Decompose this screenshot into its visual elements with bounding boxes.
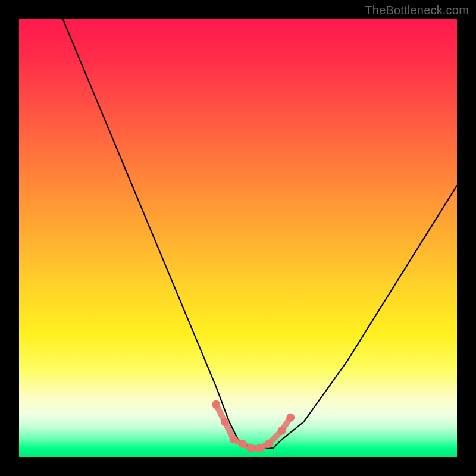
- chart-frame: TheBottleneck.com: [0, 0, 476, 476]
- highlight-marker: [278, 427, 286, 435]
- bottleneck-curve-path: [63, 19, 457, 448]
- highlight-marker: [265, 440, 273, 448]
- highlight-marker: [230, 436, 238, 444]
- highlight-marker: [286, 414, 295, 422]
- plot-area: [19, 19, 457, 457]
- highlight-marker: [247, 444, 255, 452]
- chart-svg: [19, 19, 457, 457]
- highlight-marker: [256, 444, 264, 452]
- highlight-marker: [221, 418, 229, 426]
- highlight-marker: [212, 400, 220, 409]
- watermark-text: TheBottleneck.com: [365, 4, 469, 17]
- highlight-marker: [238, 440, 246, 448]
